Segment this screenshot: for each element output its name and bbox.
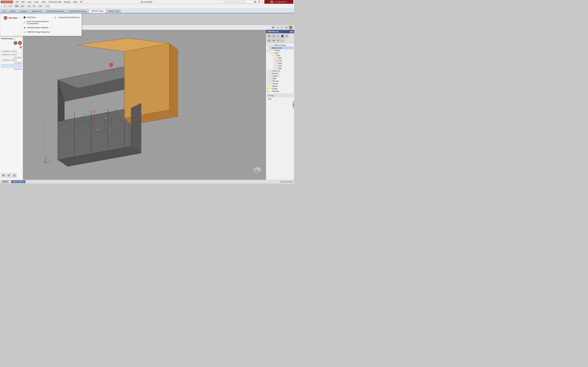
tab-sketch[interactable]: Sketch [8,9,18,13]
expand-demo[interactable]: ▼ [269,52,271,54]
search-box[interactable]: 🔍 Search Community Forum [223,0,253,3]
viewport[interactable]: X Z Y [23,30,266,180]
rp-icon-detail[interactable]: ≡ [276,34,280,38]
menu-help[interactable]: Help [72,0,79,3]
tree-item-simple-1[interactable]: 📋 Simple (... [267,72,293,75]
tab-sw-design[interactable]: SOLIDWORKS Design [67,9,89,13]
input-highlight[interactable] [1,64,22,68]
tree-item-top-one[interactable]: 📋 Top One [267,80,293,83]
checkbox-bottom-cabinet[interactable] [270,44,271,46]
panel-icon-3[interactable]: ◎ [12,173,17,178]
rp-icon-add[interactable]: + [280,38,285,42]
checkbox-wall-1[interactable] [274,58,275,59]
toolbar-options[interactable]: 🔧▾ [44,5,50,8]
rp-icon-large[interactable]: ⬛ [280,34,285,38]
dropdown-swood-reporting[interactable]: 📊 SWOOD Design Reporting [21,30,52,34]
menu-view[interactable]: View [26,0,33,3]
panel-icon-2[interactable]: ⊙ [7,173,11,178]
viewport-close[interactable]: ✕ [289,26,293,29]
menu-photoview[interactable]: PhotoView 360 [47,0,63,3]
tree-item-table[interactable]: 📋 Table [267,77,293,80]
tree-item-simple-2[interactable]: 📋 Simple (... [267,75,293,77]
tree-item-bottom-cabi-selected[interactable]: 📋 Bottom Cabi... [269,47,293,49]
dropdown-components-positioning[interactable]: ⚙ Components Positionning [52,15,81,19]
tree-item-new[interactable]: 📋 New... [273,62,293,65]
toolbar-rebuild[interactable]: ⚙▾ [38,5,43,8]
input-point-3[interactable]: Point(Bottom Cabinet) [1,59,22,61]
tree-item-windows[interactable]: ▶ 📁 Windows [267,90,293,93]
input-point-2[interactable]: Point(Bottom Cabinet) [1,53,22,56]
expand-bottom-cabinet[interactable]: ▶ [268,44,269,46]
tab-swood-cam[interactable]: SWOOD CAM [106,9,121,13]
checkbox-drawer[interactable] [268,70,269,72]
rp-icon-grid[interactable]: ⊞ [267,34,271,38]
toolbar-new[interactable]: 📄▾ [1,5,6,8]
tab-sw-addins[interactable]: SOLIDWORKS Add-Ins [44,9,66,13]
dropdown-insert-connectors[interactable]: 🔗 Insert connectors between 2 components [21,19,52,25]
status-tab-model[interactable]: Model [1,180,9,183]
checkbox-wall-3[interactable] [274,68,275,69]
panel-icon-1[interactable]: ⊕ [1,173,6,178]
expand-2019[interactable]: ▼ [272,55,273,56]
pin-icon[interactable]: 📌 [80,1,82,3]
checkbox-new[interactable] [274,63,275,64]
checkbox-simple-1[interactable] [268,73,269,75]
expand-frames[interactable]: ▶ [268,50,269,51]
expand-simple[interactable]: ▶ [268,88,269,90]
menu-file[interactable]: File [14,0,20,3]
toolbar-open[interactable]: 📂▾ [7,5,12,8]
tree-item-wall-2[interactable]: 📋 Wall [273,65,293,67]
right-panel-collapse[interactable]: ◀◀ [290,31,293,33]
tree-item-frames[interactable]: ▶ 📁 Frames [267,49,293,52]
checkbox-top-one[interactable] [268,80,269,82]
tree-item-bottom-cabinet-folder[interactable]: ▶ 📁 Bottom Cabinet [267,44,293,47]
dropdown-manage-materials[interactable]: 📦 Manage project materials [21,25,52,30]
toolbar-print[interactable]: 🖨▾ [20,5,25,8]
viewport-split[interactable]: ⊞ [271,26,275,29]
cancel-button[interactable]: ✗ [18,41,22,45]
tab-swood-design[interactable]: SWOOD Design [89,9,106,13]
toolbar-save[interactable]: 💾▾ [14,5,19,8]
checkbox-wall-2[interactable] [274,65,275,67]
checkbox-top-two[interactable] [268,83,269,85]
viewport-minimize[interactable]: — [276,26,279,29]
rp-icon-refresh[interactable]: ↺ [276,38,280,42]
panel-help-button[interactable]: ? [13,37,16,40]
tree-item-wall-3[interactable]: 📋 Wall [273,67,293,70]
tab-out[interactable]: Out [1,9,8,13]
menu-insert[interactable]: Insert [33,0,40,3]
viewport-maximize[interactable]: □ [280,26,284,29]
toolbar-undo[interactable]: ↩▾ [26,5,31,8]
minimize-icon[interactable]: — [261,1,263,3]
tab-evaluate[interactable]: Evaluate [18,9,29,13]
tree-item-demo[interactable]: ▼ 📁 Demo [269,52,293,54]
checkbox-table[interactable] [268,78,269,80]
mini-cube-navigator[interactable] [251,164,262,175]
viewport-restore[interactable]: ⧉ [285,26,288,29]
tree-item-cab[interactable]: 📋 Cab... [273,59,293,62]
tree-item-2019[interactable]: ▼ 📁 2019 [271,54,293,57]
confirm-button[interactable]: ✓ [14,41,17,45]
tree-item-top-two[interactable]: 📋 Top two [267,83,293,85]
toolbar-redo[interactable]: ↪▾ [32,5,36,8]
status-tab-motion[interactable]: Motion Study 1 [11,180,26,183]
menu-edit[interactable]: Edit [20,0,26,3]
expand-kitchen[interactable]: ▶ [268,85,269,87]
checkbox-cab[interactable] [274,60,275,62]
rp-icon-list[interactable]: ☰ [272,34,276,38]
menu-window[interactable]: Window [62,0,72,3]
dropdown-edit-frame[interactable]: ⬛ Edit frame [21,15,52,19]
tree-item-wall-1[interactable]: 📋 Wall [273,57,293,59]
checkbox-simple-2[interactable] [268,75,269,77]
input-point-1[interactable]: Point(Bottom Cabinet) [1,50,22,53]
tab-render-tools[interactable]: Render Tools [30,9,44,13]
checkbox-frames[interactable] [270,50,271,51]
tree-item-simple-folder[interactable]: ▶ 📁 Simple [267,87,293,90]
rp-icon-actions[interactable]: ⚙ [267,38,271,42]
menu-tools[interactable]: Tools [40,0,47,3]
new-shape-button[interactable]: 🟫 New shape [1,15,20,21]
tree-item-kitchen[interactable]: ▶ 📁 Kitchen [267,85,293,87]
tree-item-drawer[interactable]: 📋 Drawer W... [267,70,293,72]
rp-filter[interactable]: ▼ [285,34,289,38]
settings-icon[interactable]: ⚙ [254,0,256,3]
